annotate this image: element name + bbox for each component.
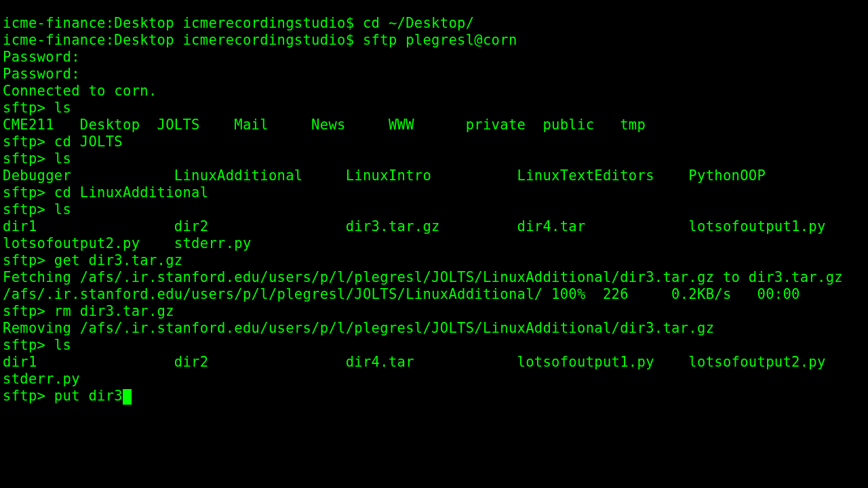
terminal-line: sftp> rm dir3.tar.gz bbox=[3, 303, 865, 320]
terminal-line: dir1 dir2 dir3.tar.gz dir4.tar lotsofout… bbox=[3, 218, 865, 235]
terminal-line: /afs/.ir.stanford.edu/users/p/l/plegresl… bbox=[3, 286, 865, 303]
terminal-line: lotsofoutput2.py stderr.py bbox=[3, 235, 865, 252]
terminal-line: sftp> ls bbox=[3, 201, 865, 218]
terminal-line: Debugger LinuxAdditional LinuxIntro Linu… bbox=[3, 167, 865, 184]
terminal-line: Connected to corn. bbox=[3, 83, 865, 100]
cursor-icon bbox=[123, 389, 132, 405]
terminal-line: Fetching /afs/.ir.stanford.edu/users/p/l… bbox=[3, 269, 865, 286]
terminal-line: icme-finance:Desktop icmerecordingstudio… bbox=[3, 32, 865, 49]
terminal-line: sftp> ls bbox=[3, 100, 865, 117]
terminal-line: Password: bbox=[3, 66, 865, 83]
terminal-current-line[interactable]: sftp> put dir3 bbox=[3, 388, 865, 405]
terminal-window[interactable]: icme-finance:Desktop icmerecordingstudio… bbox=[0, 0, 868, 407]
terminal-line: sftp> ls bbox=[3, 337, 865, 354]
terminal-line: sftp> cd LinuxAdditional bbox=[3, 184, 865, 201]
terminal-line: dir1 dir2 dir4.tar lotsofoutput1.py lots… bbox=[3, 354, 865, 371]
terminal-line: stderr.py bbox=[3, 371, 865, 388]
terminal-line: Removing /afs/.ir.stanford.edu/users/p/l… bbox=[3, 320, 865, 337]
terminal-line: sftp> get dir3.tar.gz bbox=[3, 252, 865, 269]
terminal-line: Password: bbox=[3, 49, 865, 66]
terminal-line: sftp> cd JOLTS bbox=[3, 134, 865, 150]
command-input-text: sftp> put dir3 bbox=[3, 388, 123, 404]
terminal-line: sftp> ls bbox=[3, 150, 865, 167]
terminal-line: icme-finance:Desktop icmerecordingstudio… bbox=[3, 15, 865, 32]
terminal-line: CME211 Desktop JOLTS Mail News WWW priva… bbox=[3, 117, 865, 134]
